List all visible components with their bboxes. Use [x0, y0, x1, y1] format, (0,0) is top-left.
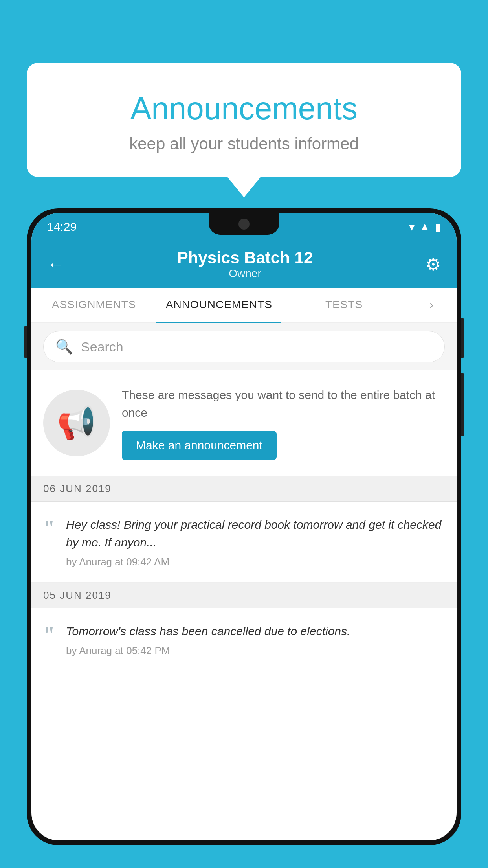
speech-bubble-title: Announcements: [50, 90, 438, 127]
volume-button: [24, 326, 27, 358]
announcement-meta-2: by Anurag at 05:42 PM: [66, 645, 445, 657]
quote-icon-1: ": [43, 517, 55, 539]
search-bar[interactable]: 🔍 Search: [43, 331, 445, 362]
announcement-text-1: Hey class! Bring your practical record b…: [66, 516, 445, 551]
announcement-item-2[interactable]: " Tomorrow's class has been cancelled du…: [31, 608, 457, 671]
announcement-content-1: Hey class! Bring your practical record b…: [66, 516, 445, 568]
status-icons: ▾ ▲ ▮: [409, 221, 441, 234]
volume-down-button: [461, 373, 464, 436]
tabs-container: ASSIGNMENTS ANNOUNCEMENTS TESTS ›: [31, 288, 457, 323]
search-placeholder: Search: [81, 339, 123, 355]
make-announcement-button[interactable]: Make an announcement: [122, 431, 277, 460]
signal-icon: ▲: [419, 221, 430, 233]
quote-icon-2: ": [43, 624, 55, 645]
promo-content: These are messages you want to send to t…: [122, 386, 445, 460]
search-icon: 🔍: [55, 338, 73, 355]
header-subtitle: Owner: [177, 267, 313, 280]
date-separator-2: 05 JUN 2019: [31, 583, 457, 608]
speech-bubble-subtitle: keep all your students informed: [50, 134, 438, 153]
tabs-more[interactable]: ›: [407, 288, 457, 322]
phone-screen: 14:29 ▾ ▲ ▮ ← Physics Batch 12 Owner ⚙: [31, 213, 457, 840]
phone-outer: 14:29 ▾ ▲ ▮ ← Physics Batch 12 Owner ⚙: [27, 208, 461, 845]
battery-icon: ▮: [435, 221, 441, 234]
promo-description: These are messages you want to send to t…: [122, 386, 445, 421]
promo-icon-circle: 📢: [43, 390, 110, 456]
announcement-content-2: Tomorrow's class has been cancelled due …: [66, 622, 445, 657]
back-button[interactable]: ←: [47, 254, 64, 274]
phone-camera: [238, 219, 250, 230]
wifi-icon: ▾: [409, 221, 415, 234]
tab-assignments[interactable]: ASSIGNMENTS: [31, 288, 156, 323]
header-center: Physics Batch 12 Owner: [177, 248, 313, 280]
announcement-meta-1: by Anurag at 09:42 AM: [66, 556, 445, 568]
power-button: [461, 318, 464, 358]
speech-bubble-container: Announcements keep all your students inf…: [27, 63, 461, 177]
settings-icon[interactable]: ⚙: [426, 254, 441, 274]
megaphone-icon: 📢: [57, 405, 96, 441]
announcement-item-1[interactable]: " Hey class! Bring your practical record…: [31, 502, 457, 583]
tab-announcements[interactable]: ANNOUNCEMENTS: [156, 288, 281, 323]
phone-container: 14:29 ▾ ▲ ▮ ← Physics Batch 12 Owner ⚙: [27, 208, 461, 868]
search-container: 🔍 Search: [31, 323, 457, 370]
speech-bubble: Announcements keep all your students inf…: [27, 63, 461, 177]
promo-card: 📢 These are messages you want to send to…: [31, 370, 457, 476]
announcement-text-2: Tomorrow's class has been cancelled due …: [66, 622, 445, 640]
header-title: Physics Batch 12: [177, 248, 313, 267]
date-separator-1: 06 JUN 2019: [31, 476, 457, 502]
tab-tests[interactable]: TESTS: [281, 288, 406, 323]
status-time: 14:29: [47, 220, 77, 234]
app-header: ← Physics Batch 12 Owner ⚙: [31, 241, 457, 288]
phone-notch: [209, 213, 279, 235]
